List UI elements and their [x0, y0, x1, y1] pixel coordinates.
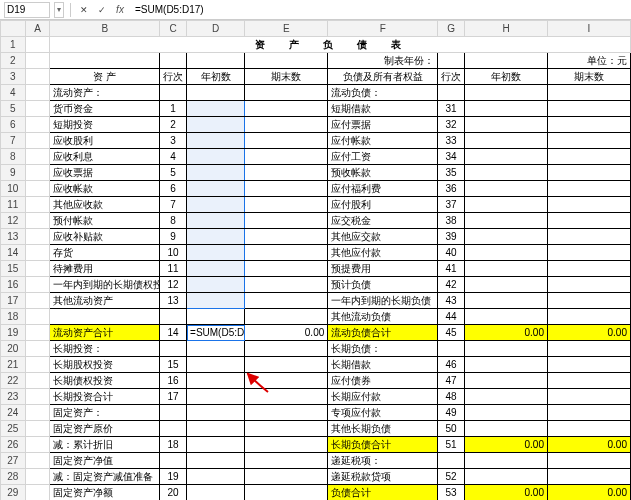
seq-cell[interactable]: 11	[160, 261, 187, 277]
asset-item[interactable]: 存货	[50, 245, 160, 261]
seq-cell[interactable]	[160, 453, 187, 469]
enter-icon[interactable]: ✓	[95, 3, 109, 17]
col-header[interactable]: H	[465, 21, 548, 37]
seq-cell[interactable]: 46	[438, 357, 465, 373]
begin-cell[interactable]	[465, 469, 548, 485]
end-cell[interactable]	[245, 85, 328, 101]
begin-cell[interactable]	[187, 181, 245, 197]
cancel-icon[interactable]: ✕	[77, 3, 91, 17]
col-header[interactable]: C	[160, 21, 187, 37]
seq-cell[interactable]: 1	[160, 101, 187, 117]
asset-item[interactable]: 一年内到期的长期债权投资	[50, 277, 160, 293]
seq-cell[interactable]	[160, 85, 187, 101]
end-cell[interactable]	[245, 261, 328, 277]
seq-cell[interactable]: 49	[438, 405, 465, 421]
end-cell[interactable]	[245, 277, 328, 293]
begin-cell[interactable]	[187, 229, 245, 245]
row-header[interactable]: 5	[1, 101, 26, 117]
begin-cell[interactable]	[187, 245, 245, 261]
row-header[interactable]: 20	[1, 341, 26, 357]
row-header[interactable]: 19	[1, 325, 26, 341]
end-cell[interactable]	[547, 245, 630, 261]
begin-cell[interactable]	[187, 165, 245, 181]
end-cell[interactable]	[547, 309, 630, 325]
end-cell[interactable]: 0.00	[547, 485, 630, 501]
begin-cell[interactable]	[465, 341, 548, 357]
begin-cell[interactable]	[187, 293, 245, 309]
begin-cell[interactable]	[465, 197, 548, 213]
asset-item[interactable]: 减：累计折旧	[50, 437, 160, 453]
begin-cell[interactable]	[465, 293, 548, 309]
row-header[interactable]: 7	[1, 133, 26, 149]
col-header[interactable]: A	[25, 21, 50, 37]
seq-cell[interactable]	[438, 85, 465, 101]
end-cell[interactable]	[245, 421, 328, 437]
end-cell[interactable]	[547, 405, 630, 421]
begin-cell[interactable]	[187, 421, 245, 437]
end-cell[interactable]	[245, 245, 328, 261]
seq-cell[interactable]: 52	[438, 469, 465, 485]
asset-item[interactable]: 固定资产净值	[50, 453, 160, 469]
seq-cell[interactable]: 4	[160, 149, 187, 165]
end-cell[interactable]	[547, 277, 630, 293]
end-cell[interactable]	[245, 229, 328, 245]
begin-cell[interactable]	[187, 389, 245, 405]
end-cell[interactable]	[245, 181, 328, 197]
seq-cell[interactable]: 41	[438, 261, 465, 277]
begin-cell[interactable]: =SUM(D5:D17)	[187, 325, 245, 341]
row-header[interactable]: 2	[1, 53, 26, 69]
seq-cell[interactable]: 33	[438, 133, 465, 149]
end-cell[interactable]	[245, 437, 328, 453]
asset-item[interactable]: 应收票据	[50, 165, 160, 181]
seq-cell[interactable]: 48	[438, 389, 465, 405]
seq-cell[interactable]: 36	[438, 181, 465, 197]
end-cell[interactable]	[245, 357, 328, 373]
seq-cell[interactable]: 44	[438, 309, 465, 325]
end-cell[interactable]	[245, 453, 328, 469]
formula-input[interactable]	[131, 2, 631, 18]
row-header[interactable]: 24	[1, 405, 26, 421]
end-cell[interactable]	[547, 469, 630, 485]
begin-cell[interactable]	[187, 357, 245, 373]
end-cell[interactable]	[547, 213, 630, 229]
begin-cell[interactable]	[187, 469, 245, 485]
liab-item[interactable]: 长期应付款	[328, 389, 438, 405]
liab-item[interactable]: 专项应付款	[328, 405, 438, 421]
end-cell[interactable]	[547, 133, 630, 149]
begin-cell[interactable]	[187, 149, 245, 165]
begin-cell[interactable]	[187, 85, 245, 101]
liab-item[interactable]: 流动负债：	[328, 85, 438, 101]
seq-cell[interactable]: 39	[438, 229, 465, 245]
begin-cell[interactable]: 0.00	[465, 437, 548, 453]
begin-cell[interactable]	[465, 277, 548, 293]
begin-cell[interactable]	[187, 341, 245, 357]
end-cell[interactable]	[547, 373, 630, 389]
begin-cell[interactable]	[465, 117, 548, 133]
asset-item[interactable]: 待摊费用	[50, 261, 160, 277]
asset-item[interactable]: 长期投资合计	[50, 389, 160, 405]
liab-item[interactable]: 预计负债	[328, 277, 438, 293]
end-cell[interactable]	[547, 101, 630, 117]
row-header[interactable]: 14	[1, 245, 26, 261]
liab-item[interactable]: 流动负债合计	[328, 325, 438, 341]
fx-icon[interactable]: fx	[113, 3, 127, 17]
seq-cell[interactable]: 50	[438, 421, 465, 437]
row-header[interactable]: 17	[1, 293, 26, 309]
end-cell[interactable]	[547, 389, 630, 405]
liab-item[interactable]: 应付帐款	[328, 133, 438, 149]
end-cell[interactable]	[547, 341, 630, 357]
asset-item[interactable]: 固定资产净额	[50, 485, 160, 501]
row-header[interactable]: 27	[1, 453, 26, 469]
row-header[interactable]: 12	[1, 213, 26, 229]
seq-cell[interactable]: 6	[160, 181, 187, 197]
row-header[interactable]: 21	[1, 357, 26, 373]
begin-cell[interactable]	[465, 453, 548, 469]
asset-item[interactable]: 其他流动资产	[50, 293, 160, 309]
asset-item[interactable]	[50, 309, 160, 325]
begin-cell[interactable]	[187, 213, 245, 229]
liab-item[interactable]: 应付票据	[328, 117, 438, 133]
begin-cell[interactable]	[465, 405, 548, 421]
end-cell[interactable]	[547, 149, 630, 165]
end-cell[interactable]	[547, 357, 630, 373]
end-cell[interactable]	[547, 117, 630, 133]
